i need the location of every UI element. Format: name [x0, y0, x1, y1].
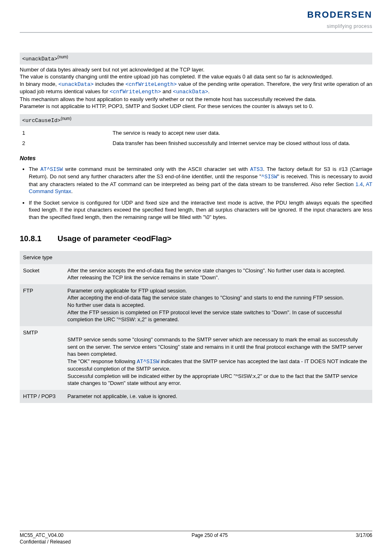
section-title: Usage of parameter <eodFlag>: [58, 234, 172, 243]
code-token: AT^SISW: [40, 166, 63, 173]
table-row: SMTP SMTP service sends some "closing" c…: [20, 326, 372, 390]
xref-number[interactable]: 1.4: [355, 181, 363, 187]
code-token: <unackData>: [173, 89, 208, 95]
page-header: BRODERSEN simplifying process: [20, 0, 372, 32]
cell-desc: After the service accepts the end-of-dat…: [64, 264, 372, 284]
table-row: 2 Data transfer has been finished succes…: [20, 138, 372, 149]
footer-divider: [20, 531, 372, 531]
section-heading: 10.8.1Usage of parameter <eodFlag>: [20, 233, 372, 244]
svg-text:BRODERSEN: BRODERSEN: [307, 10, 372, 20]
param-sup: (num): [58, 55, 68, 59]
service-type-table: Service type Socket After the service ac…: [20, 251, 372, 403]
cell-desc: Parameter not applicable, i.e. value is …: [64, 390, 372, 403]
table-row: Service type: [20, 251, 372, 264]
text: In binary mode, <unackData> includes the…: [20, 81, 372, 96]
code-token: ^SISW: [261, 174, 277, 180]
urccauseid-table: 1 The service is ready to accept new use…: [20, 128, 372, 149]
cell-name: FTP: [20, 284, 64, 326]
cell-desc: SMTP service sends some "closing" comman…: [64, 326, 372, 390]
param-urccauseid-header: <urcCauseId>(num): [20, 114, 372, 126]
code-token: <cnfWriteLength>: [110, 89, 161, 95]
brand-tagline: simplifying process: [290, 23, 372, 30]
param-token: <unackData>: [22, 56, 58, 62]
cell-key: 2: [20, 138, 110, 149]
cell-name: HTTP / POP3: [20, 390, 64, 403]
footer-center: Page 250 of 475: [191, 532, 228, 539]
param-unackdata-header: <unackData>(num): [20, 53, 372, 64]
code-token: AT^SISW: [137, 359, 159, 365]
unackdata-body: Number of data bytes already sent but no…: [20, 66, 372, 110]
brand-wordmark: BRODERSEN: [290, 10, 372, 20]
cell-name: SMTP: [20, 326, 64, 390]
cell-name: Socket: [20, 264, 64, 284]
footer-confidential: Confidential / Released: [20, 539, 71, 545]
table-row: FTP Parameter only applicable for FTP up…: [20, 284, 372, 326]
code-token: <cnfWriteLength>: [125, 81, 177, 88]
text: This mechanism allows the host applicati…: [20, 96, 372, 103]
brand-logo: BRODERSEN simplifying process: [290, 10, 372, 30]
cell-key: 1: [20, 128, 110, 138]
code-token: <unackData>: [58, 81, 94, 88]
page-footer: MC55_ATC_V04.00 Page 250 of 475 3/17/06 …: [20, 531, 372, 545]
text: The value is constantly changing until t…: [20, 73, 372, 81]
footer-left: MC55_ATC_V04.00: [20, 532, 64, 539]
cell-val: Data transfer has been finished successf…: [110, 138, 372, 149]
table-row: HTTP / POP3 Parameter not applicable, i.…: [20, 390, 372, 403]
param-token: <urcCauseId>: [22, 117, 61, 124]
section-number: 10.8.1: [20, 233, 58, 244]
footer-right: 3/17/06: [356, 532, 372, 539]
table-row: Socket After the service accepts the end…: [20, 264, 372, 284]
table-header-cell: Service type: [20, 251, 64, 264]
cell-val: The service is ready to accept new user …: [110, 128, 372, 138]
list-item: If the Socket service is configured for …: [29, 199, 372, 221]
table-header-cell: [64, 251, 372, 264]
cell-desc: Parameter only applicable for FTP upload…: [64, 284, 372, 326]
code-token: ATS3: [250, 166, 263, 173]
notes-list: The AT^SISW write command must be termin…: [20, 166, 372, 221]
param-sup: (num): [61, 116, 71, 121]
table-row: 1 The service is ready to accept new use…: [20, 128, 372, 138]
text: Parameter is not applicable to HTTP, POP…: [20, 103, 372, 110]
list-item: The AT^SISW write command must be termin…: [29, 166, 372, 195]
header-divider: [20, 32, 372, 33]
notes-heading: Notes: [20, 154, 372, 162]
text: Number of data bytes already sent but no…: [20, 66, 372, 74]
